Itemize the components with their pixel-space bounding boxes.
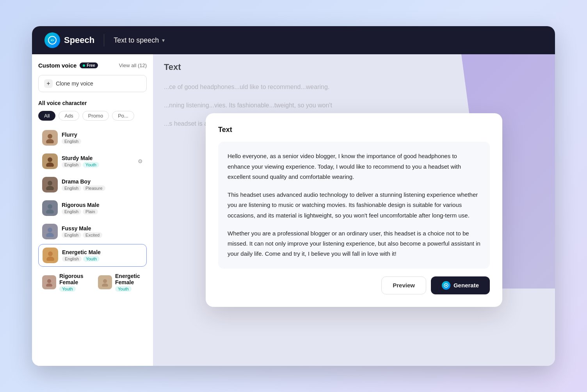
voice-tags-flurry: English [62,139,143,144]
svg-point-4 [48,157,52,162]
filter-promo[interactable]: Promo [82,111,109,121]
modal-text-box[interactable]: Hello everyone, as a senior video blogge… [218,142,490,268]
voice-tag-excited: Excited [83,232,102,238]
voice-info-rigorous-f: Rigorous Female Youth [59,273,87,292]
voice-info-energetic: Energetic Male English Youth [62,249,142,262]
header: Speech Text to speech ▾ [32,26,555,54]
voice-item-energetic-female[interactable]: Energetic Female Youth [94,270,147,295]
voice-info-energetic-f: Energetic Female Youth [115,273,143,292]
generate-btn-label: Generate [454,282,479,289]
voice-tag-youth: Youth [83,256,100,262]
svg-point-1 [52,39,53,41]
voice-tag: English [62,232,81,238]
voice-info-flurry: Flurry English [62,132,143,144]
generate-button[interactable]: Generate [431,276,490,294]
svg-point-8 [48,204,52,209]
voice-name-energetic-f: Energetic Female [115,273,143,285]
voice-name-rigorous-f: Rigorous Female [59,273,87,285]
voice-tags-rigorous: English Plain [62,209,143,214]
svg-point-17 [102,283,108,287]
svg-point-14 [47,279,51,283]
voice-tags-energetic-f: Youth [115,286,143,292]
free-badge: Free [80,62,98,68]
filter-tags: All Ads Promo Po... [38,111,147,121]
voice-name-energetic: Energetic Male [62,249,142,255]
voice-tags-sturdy: English Youth [62,162,134,167]
svg-point-6 [48,181,52,185]
voice-avatar-fussy [42,224,58,239]
voice-tag-youth: Youth [83,162,99,167]
svg-point-13 [46,257,54,261]
voice-avatar-flurry [42,130,58,146]
app-window: Speech Text to speech ▾ Custom voice Fre… [32,26,555,366]
bottom-voice-row: Rigorous Female Youth Energetic Female Y… [38,270,147,295]
svg-point-9 [46,209,54,214]
voice-name-drama: Drama Boy [62,178,143,185]
preview-button[interactable]: Preview [381,276,426,294]
voice-item-flurry[interactable]: Flurry English [38,127,147,149]
voice-item-rigorous-female[interactable]: Rigorous Female Youth [38,270,91,295]
voice-tag: English [62,209,81,214]
voice-tags-fussy: English Excited [62,232,143,238]
voice-avatar-energetic [43,248,58,263]
view-all-link[interactable]: View all (12) [119,62,147,68]
voice-tag: Youth [59,286,76,292]
custom-voice-label: Custom voice [38,62,76,69]
settings-icon[interactable]: ⚙ [138,158,143,164]
modal-paragraph-2: This headset uses advanced audio technol… [228,190,480,221]
sidebar: Custom voice Free View all (12) + Clone … [32,54,153,366]
custom-voice-title: Custom voice Free [38,62,98,69]
chevron-down-icon: ▾ [162,37,165,43]
clone-voice-button[interactable]: + Clone my voice [38,75,147,92]
voice-list: Flurry English Sturdy Male English [38,127,147,267]
svg-point-2 [48,134,52,139]
voice-tags-drama: English Pleasure [62,185,143,191]
nav-label: Text to speech [114,36,159,45]
svg-point-19 [445,285,447,286]
logo-area: Speech [44,32,94,48]
modal-footer: Preview Generate [218,276,490,294]
voice-info-sturdy: Sturdy Male English Youth [62,155,134,167]
voice-tag: Youth [115,286,132,292]
voice-info-drama: Drama Boy English Pleasure [62,178,143,191]
svg-point-12 [48,251,53,256]
voice-tags-energetic: English Youth [62,256,142,262]
voice-item-fussy[interactable]: Fussy Male English Excited [38,221,147,242]
voice-info-rigorous: Rigorous Male English Plain [62,202,143,214]
voice-tag: English [62,185,81,191]
modal-paragraph-1: Hello everyone, as a senior video blogge… [228,151,480,182]
generate-icon [442,281,450,290]
voice-tags-rigorous-f: Youth [59,286,87,292]
modal-title: Text [218,126,490,134]
filter-ads[interactable]: Ads [59,111,79,121]
voice-tag: English [62,162,81,167]
free-badge-dot [83,64,85,67]
header-nav[interactable]: Text to speech ▾ [114,36,165,45]
voice-item-sturdy[interactable]: Sturdy Male English Youth ⚙ [38,150,147,172]
voice-tag-plain: Plain [83,209,98,214]
voice-avatar-energetic-f [98,275,112,289]
modal: Text Hello everyone, as a senior video b… [206,113,502,306]
voice-item-drama[interactable]: Drama Boy English Pleasure [38,174,147,196]
voice-tag: English [62,139,81,144]
voice-name-fussy: Fussy Male [62,225,143,232]
filter-all[interactable]: All [38,111,55,121]
voice-name-flurry: Flurry [62,132,143,138]
custom-voice-header: Custom voice Free View all (12) [38,62,147,69]
plus-icon: + [44,79,53,88]
voice-name-sturdy: Sturdy Male [62,155,134,161]
svg-point-11 [46,233,54,237]
voice-tag: English [62,256,82,262]
voice-avatar-rigorous-f [42,275,56,289]
filter-po[interactable]: Po... [112,111,134,121]
svg-point-10 [48,228,52,232]
voice-avatar-drama [42,177,58,192]
voice-item-rigorous[interactable]: Rigorous Male English Plain [38,197,147,219]
modal-overlay: Text Hello everyone, as a senior video b… [153,54,555,366]
voice-avatar-sturdy [42,153,58,169]
right-panel: Text ...ce of good headphones...uld like… [153,54,555,366]
clone-btn-label: Clone my voice [56,80,93,87]
app-title: Speech [64,35,94,45]
voice-item-energetic[interactable]: Energetic Male English Youth [38,244,147,267]
logo-icon [44,32,60,48]
